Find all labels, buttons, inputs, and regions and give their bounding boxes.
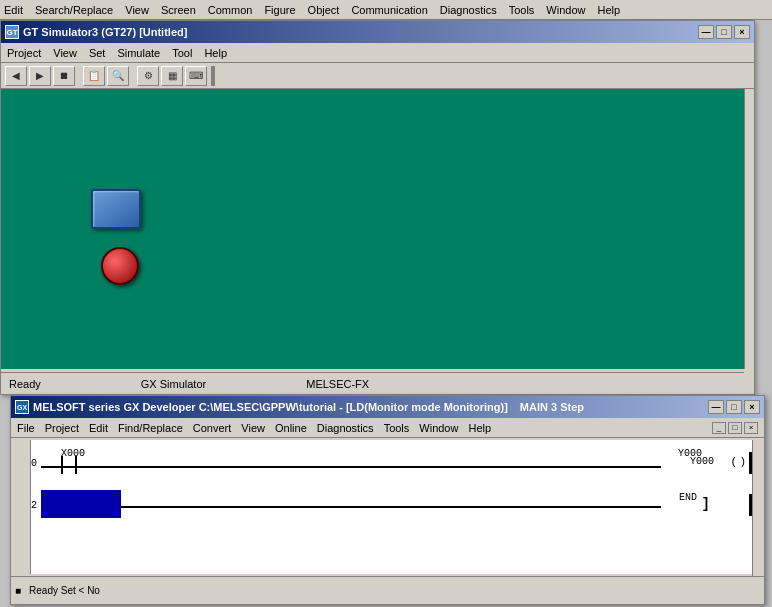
menu-edit[interactable]: Edit xyxy=(4,4,23,16)
gt-statusbar: Ready GX Simulator MELSEC-FX xyxy=(1,372,744,394)
gt-minimize-button[interactable]: — xyxy=(698,25,714,39)
gx-menu-online[interactable]: Online xyxy=(275,422,307,434)
gt-titlebar-left: GT GT Simulator3 (GT27) [Untitled] xyxy=(5,25,187,39)
gx-sub-close[interactable]: × xyxy=(744,422,758,434)
gx-menu-diagnostics[interactable]: Diagnostics xyxy=(317,422,374,434)
gx-menu-edit[interactable]: Edit xyxy=(89,422,108,434)
menu-figure[interactable]: Figure xyxy=(264,4,295,16)
gx-window-subtitle: MAIN 3 Step xyxy=(520,401,584,413)
gx-menu-help[interactable]: Help xyxy=(468,422,491,434)
gt-status-ready: Ready xyxy=(9,378,41,390)
gt-button-widget[interactable] xyxy=(91,189,141,229)
gt-menu-project[interactable]: Project xyxy=(7,47,41,59)
end-coil-label: END xyxy=(679,492,697,503)
gx-menu-tools[interactable]: Tools xyxy=(384,422,410,434)
gx-menu-view[interactable]: View xyxy=(241,422,265,434)
menu-search-replace[interactable]: Search/Replace xyxy=(35,4,113,16)
gx-close-button[interactable]: × xyxy=(744,400,760,414)
menu-diagnostics[interactable]: Diagnostics xyxy=(440,4,497,16)
gt-scrollbar-right[interactable] xyxy=(744,89,754,369)
rung-hline-0 xyxy=(41,466,661,468)
gx-status-text: Ready Set < No xyxy=(29,585,100,596)
gx-titlebar-left: GX MELSOFT series GX Developer C:\MELSEC… xyxy=(15,400,584,414)
gx-menu-project[interactable]: Project xyxy=(45,422,79,434)
gt-close-button[interactable]: × xyxy=(734,25,750,39)
toolbar-btn-7[interactable]: ▦ xyxy=(161,66,183,86)
gt-simulator-window: GT GT Simulator3 (GT27) [Untitled] — □ ×… xyxy=(0,20,755,395)
gx-app-icon: GX xyxy=(15,400,29,414)
gx-menu-file[interactable]: File xyxy=(17,422,35,434)
gt-toolbar: ◀ ▶ ⏹ 📋 🔍 ⚙ ▦ ⌨ xyxy=(1,63,754,89)
gx-left-panel xyxy=(11,440,31,574)
gx-menu-convert[interactable]: Convert xyxy=(193,422,232,434)
gt-menu-view[interactable]: View xyxy=(53,47,77,59)
menu-window[interactable]: Window xyxy=(546,4,585,16)
gt-menu-tool[interactable]: Tool xyxy=(172,47,192,59)
gx-ladder-content: 0 X000 Y000 ( Y000 ) 2 END ] xyxy=(31,440,752,574)
toolbar-btn-2[interactable]: ▶ xyxy=(29,66,51,86)
toolbar-btn-8[interactable]: ⌨ xyxy=(185,66,207,86)
gt-status-simulator: GX Simulator xyxy=(141,378,206,390)
top-menubar: Edit Search/Replace View Screen Common F… xyxy=(0,0,772,20)
gt-lamp-widget xyxy=(101,247,139,285)
gt-canvas[interactable] xyxy=(1,89,744,369)
menu-view[interactable]: View xyxy=(125,4,149,16)
gx-menubar: File Project Edit Find/Replace Convert V… xyxy=(11,418,764,438)
gx-menu-find-replace[interactable]: Find/Replace xyxy=(118,422,183,434)
ladder-highlight-block xyxy=(41,490,121,518)
gx-menu-window[interactable]: Window xyxy=(419,422,458,434)
menu-communication[interactable]: Communication xyxy=(351,4,427,16)
gx-restore-button[interactable]: □ xyxy=(726,400,742,414)
gt-menu-help[interactable]: Help xyxy=(204,47,227,59)
gt-menu-simulate[interactable]: Simulate xyxy=(117,47,160,59)
coil-y000-bracket-left: ( xyxy=(730,456,737,468)
gx-sub-restore[interactable]: □ xyxy=(728,422,742,434)
gt-titlebar: GT GT Simulator3 (GT27) [Untitled] — □ × xyxy=(1,21,754,43)
end-bracket: ] xyxy=(702,496,710,512)
toolbar-btn-5[interactable]: 🔍 xyxy=(107,66,129,86)
gx-titlebar-buttons: — □ × xyxy=(708,400,760,414)
rung-hline-2 xyxy=(41,506,661,508)
gt-window-title: GT Simulator3 (GT27) [Untitled] xyxy=(23,26,187,38)
gx-scrollbar-right[interactable] xyxy=(752,440,764,576)
toolbar-btn-4[interactable]: 📋 xyxy=(83,66,105,86)
rung-number-0: 0 xyxy=(31,458,37,469)
contact-x000 xyxy=(61,456,77,474)
gx-statusbar: ■ Ready Set < No xyxy=(11,576,764,604)
gx-status-indicator: ■ xyxy=(15,585,21,596)
rung-number-2: 2 xyxy=(31,500,37,511)
gx-developer-window: GX MELSOFT series GX Developer C:\MELSEC… xyxy=(10,395,765,605)
gt-maximize-button[interactable]: □ xyxy=(716,25,732,39)
coil-y000-bracket-right: ) xyxy=(739,456,746,468)
menu-common[interactable]: Common xyxy=(208,4,253,16)
menu-help[interactable]: Help xyxy=(597,4,620,16)
ladder-row-2: 2 END ] xyxy=(31,488,752,523)
gx-sub-minimize[interactable]: _ xyxy=(712,422,726,434)
ladder-area[interactable]: 0 X000 Y000 ( Y000 ) 2 END ] xyxy=(31,440,752,574)
gx-window-title: MELSOFT series GX Developer C:\MELSEC\GP… xyxy=(33,401,508,413)
gx-minimize-button[interactable]: — xyxy=(708,400,724,414)
menu-screen[interactable]: Screen xyxy=(161,4,196,16)
gt-status-melsec: MELSEC-FX xyxy=(306,378,369,390)
coil-y000-text: Y000 xyxy=(690,456,714,467)
toolbar-btn-6[interactable]: ⚙ xyxy=(137,66,159,86)
gt-titlebar-buttons: — □ × xyxy=(698,25,750,39)
gt-app-icon: GT xyxy=(5,25,19,39)
gt-menu-set[interactable]: Set xyxy=(89,47,106,59)
ladder-row-0: 0 X000 Y000 ( Y000 ) xyxy=(31,448,752,476)
menu-tools[interactable]: Tools xyxy=(509,4,535,16)
toolbar-btn-3[interactable]: ⏹ xyxy=(53,66,75,86)
gt-menubar: Project View Set Simulate Tool Help xyxy=(1,43,754,63)
toolbar-btn-1[interactable]: ◀ xyxy=(5,66,27,86)
gx-titlebar: GX MELSOFT series GX Developer C:\MELSEC… xyxy=(11,396,764,418)
menu-object[interactable]: Object xyxy=(308,4,340,16)
